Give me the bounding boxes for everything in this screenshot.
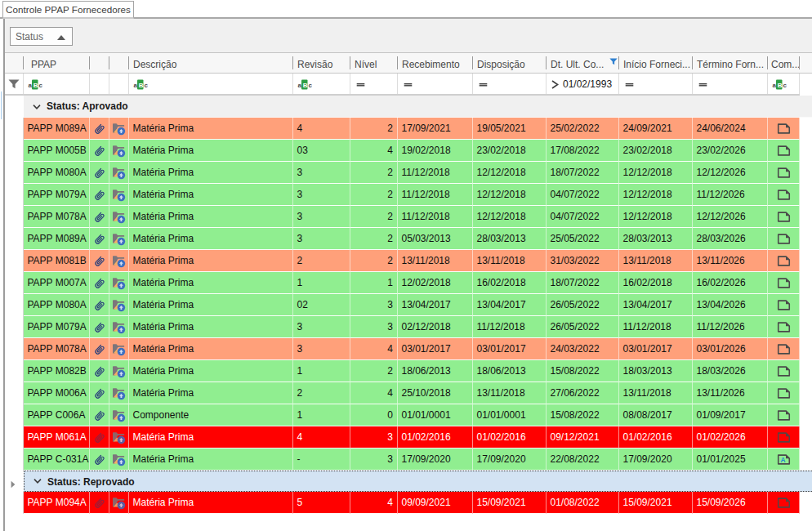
collapse-group-icon[interactable] — [33, 478, 42, 484]
cell-attachment[interactable] — [90, 360, 109, 382]
cell-termino-fornecimento[interactable]: 13/11/2026 — [693, 250, 768, 272]
cell-inicio-fornecimento[interactable]: 03/01/2017 — [619, 338, 693, 360]
column-header-revisao[interactable]: Revisão — [293, 53, 350, 73]
attachment-paperclip-icon[interactable] — [92, 365, 106, 379]
cell-upload[interactable] — [109, 272, 129, 294]
cell-descricao[interactable]: Matéria Prima — [129, 162, 293, 184]
cell-termino-fornecimento[interactable]: 11/12/2026 — [693, 316, 768, 338]
cell-inicio-fornecimento[interactable]: 15/09/2021 — [619, 492, 693, 514]
cell-disposicao[interactable]: 16/02/2018 — [473, 272, 547, 294]
cell-ppap[interactable]: PAPP M089A — [24, 228, 90, 250]
comment-note-icon[interactable] — [777, 432, 791, 443]
comment-note-icon[interactable] — [777, 190, 791, 200]
comment-note-icon[interactable] — [777, 123, 791, 134]
data-row[interactable]: PAPP M007AMatéria Prima1112/02/201816/02… — [5, 272, 812, 294]
cell-attachment[interactable] — [90, 140, 109, 162]
cell-comentario[interactable] — [768, 294, 800, 316]
filter-cell-disposicao[interactable] — [473, 74, 547, 96]
cell-inicio-fornecimento[interactable]: 12/12/2018 — [619, 206, 693, 228]
column-header-ppap[interactable]: PPAP — [24, 53, 90, 73]
cell-termino-fornecimento[interactable]: 28/03/2026 — [693, 228, 768, 250]
column-header-inicio[interactable]: Início Forneci... — [619, 53, 693, 73]
cell-comentario[interactable] — [768, 360, 800, 382]
cell-disposicao[interactable]: 28/03/2013 — [473, 228, 547, 250]
cell-comentario[interactable] — [768, 404, 800, 426]
cell-attachment[interactable] — [90, 426, 109, 448]
cell-recebimento[interactable]: 12/02/2018 — [398, 272, 473, 294]
cell-descricao[interactable]: Matéria Prima — [129, 360, 293, 382]
cell-attachment[interactable] — [90, 206, 109, 228]
filter-equals-icon[interactable] — [356, 80, 365, 89]
cell-comentario[interactable] — [768, 118, 800, 140]
cell-attachment[interactable] — [90, 316, 109, 338]
cell-recebimento[interactable]: 11/12/2018 — [398, 206, 473, 228]
filter-abc-icon[interactable]: aBc — [28, 79, 42, 90]
filter-cell-ppap[interactable]: aBc — [24, 74, 90, 96]
upload-folder-icon[interactable] — [112, 299, 126, 312]
cell-nivel[interactable]: 2 — [350, 118, 398, 140]
cell-comentario[interactable] — [768, 426, 800, 448]
cell-attachment[interactable] — [90, 250, 109, 272]
cell-attachment[interactable] — [90, 382, 109, 404]
upload-folder-icon[interactable] — [112, 431, 126, 444]
cell-dt-ult-co[interactable]: 15/08/2022 — [547, 404, 619, 426]
group-by-panel[interactable]: Status — [5, 19, 812, 52]
cell-termino-fornecimento[interactable]: 15/09/2026 — [693, 492, 768, 514]
cell-attachment[interactable] — [90, 338, 109, 360]
cell-ppap[interactable]: PAPP M005B — [24, 140, 90, 162]
column-filter-funnel-icon[interactable] — [609, 58, 618, 65]
cell-nivel[interactable]: 3 — [350, 426, 398, 448]
cell-ppap[interactable]: PAPP M078A — [24, 338, 90, 360]
cell-upload[interactable] — [109, 162, 129, 184]
cell-upload[interactable] — [109, 404, 129, 426]
filter-cell-dt_ult_co[interactable]: 01/02/1993 — [547, 74, 619, 96]
cell-ppap[interactable]: PAPP C006A — [24, 404, 90, 426]
cell-revisao[interactable]: 03 — [293, 140, 350, 162]
cell-comentario[interactable] — [768, 492, 800, 514]
attachment-paperclip-icon[interactable] — [92, 321, 106, 335]
cell-inicio-fornecimento[interactable]: 12/12/2018 — [619, 162, 693, 184]
upload-folder-icon[interactable] — [112, 453, 126, 466]
cell-nivel[interactable]: 0 — [350, 404, 398, 426]
cell-termino-fornecimento[interactable]: 18/03/2026 — [693, 360, 768, 382]
cell-revisao[interactable]: 1 — [293, 404, 350, 426]
filter-value[interactable]: 01/02/1993 — [563, 78, 612, 91]
column-header-descricao[interactable]: Descrição — [129, 53, 293, 73]
cell-dt-ult-co[interactable]: 04/07/2022 — [547, 184, 619, 206]
data-row[interactable]: PAPP M080AMatéria Prima02313/04/201713/0… — [5, 294, 812, 316]
cell-comentario[interactable] — [768, 206, 800, 228]
cell-inicio-fornecimento[interactable]: 16/02/2018 — [619, 272, 693, 294]
cell-descricao[interactable]: Matéria Prima — [129, 206, 293, 228]
filter-cell-revisao[interactable]: aBc — [293, 74, 350, 96]
data-row[interactable]: PAPP M082BMatéria Prima1218/06/201318/06… — [5, 360, 812, 382]
cell-recebimento[interactable]: 03/01/2017 — [398, 338, 473, 360]
upload-folder-icon[interactable] — [112, 211, 126, 224]
data-row[interactable]: PAPP M005BMatéria Prima03419/02/201823/0… — [5, 140, 812, 162]
cell-revisao[interactable]: 3 — [293, 228, 350, 250]
attachment-paperclip-icon[interactable] — [92, 145, 106, 158]
cell-disposicao[interactable]: 11/12/2018 — [473, 316, 547, 338]
cell-descricao[interactable]: Matéria Prima — [129, 272, 293, 294]
cell-inicio-fornecimento[interactable]: 13/04/2017 — [619, 294, 693, 316]
comment-note-icon[interactable] — [777, 300, 791, 310]
comment-note-icon[interactable] — [777, 145, 791, 156]
attachment-paperclip-icon[interactable] — [92, 387, 106, 401]
cell-ppap[interactable]: PAPP M081B — [24, 250, 90, 272]
filter-equals-icon[interactable] — [698, 80, 707, 89]
cell-termino-fornecimento[interactable]: 01/02/2026 — [693, 426, 768, 448]
cell-disposicao[interactable]: 03/01/2017 — [473, 338, 547, 360]
upload-folder-icon[interactable] — [112, 189, 126, 202]
cell-inicio-fornecimento[interactable]: 13/11/2018 — [619, 382, 693, 404]
attachment-paperclip-icon[interactable] — [92, 255, 106, 269]
cell-nivel[interactable]: 2 — [350, 184, 398, 206]
filter-cell-attach[interactable] — [90, 74, 109, 96]
comment-note-icon[interactable] — [777, 278, 791, 288]
cell-dt-ult-co[interactable]: 24/03/2022 — [547, 338, 619, 360]
cell-recebimento[interactable]: 25/10/2018 — [398, 382, 473, 404]
group-row[interactable]: Status: Aprovado — [5, 96, 812, 118]
filter-equals-icon[interactable] — [404, 80, 413, 89]
cell-termino-fornecimento[interactable]: 23/02/2026 — [693, 140, 768, 162]
cell-upload[interactable] — [109, 426, 129, 448]
cell-dt-ult-co[interactable]: 26/05/2022 — [547, 294, 619, 316]
filter-cell-descricao[interactable]: aBc — [129, 74, 293, 96]
